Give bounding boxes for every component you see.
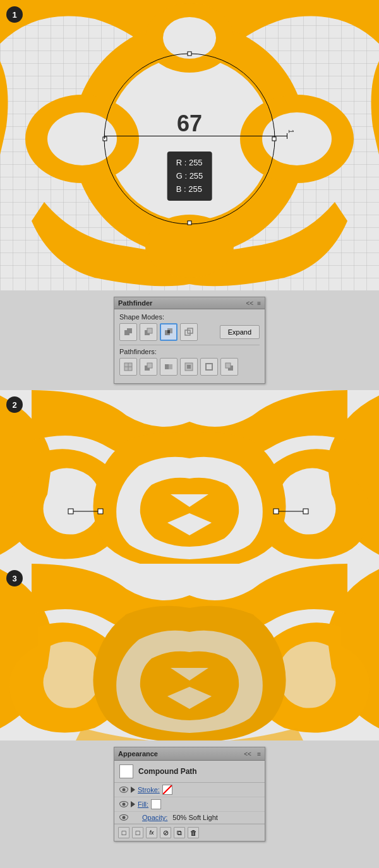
pathfinder-body: Shape Modes: Expand — [114, 309, 265, 383]
svg-rect-27 — [147, 363, 152, 368]
pathfinder-menu[interactable]: ≡ — [257, 300, 261, 307]
divide-button[interactable] — [119, 358, 137, 376]
svg-rect-39 — [274, 509, 279, 514]
svg-rect-11 — [188, 221, 191, 225]
canvas-section-3: 3 — [0, 564, 379, 740]
canvas-section-1: 1 67 1 R : 255 — [0, 0, 379, 290]
pathfinder-controls[interactable]: << ≡ — [246, 300, 261, 307]
dimension-right-label: 1 — [287, 129, 295, 133]
appearance-title: Appearance — [118, 750, 158, 758]
appearance-footer: □ □ fx ⊘ ⧉ 🗑 — [114, 824, 265, 841]
svg-rect-32 — [206, 364, 212, 370]
stroke-row: Stroke: — [114, 783, 265, 797]
canvas-drawing-3 — [0, 564, 379, 740]
svg-rect-29 — [169, 364, 172, 369]
stroke-expand-icon[interactable] — [131, 787, 135, 793]
color-r: R : 255 — [176, 157, 203, 170]
shape-modes-label: Shape Modes: — [119, 313, 260, 321]
appearance-close[interactable]: << — [244, 751, 251, 758]
svg-rect-28 — [165, 364, 169, 369]
color-tooltip: R : 255 G : 255 B : 255 — [167, 152, 212, 201]
svg-rect-37 — [98, 509, 103, 514]
canvas-drawing-2 — [0, 390, 379, 564]
panel-divider — [119, 345, 260, 345]
stroke-label[interactable]: Stroke: — [138, 786, 160, 794]
svg-rect-31 — [187, 365, 191, 369]
color-b: B : 255 — [176, 183, 203, 196]
appearance-body: Compound Path Stroke: Fill: Opacity: 50%… — [114, 761, 265, 824]
svg-rect-36 — [68, 509, 73, 514]
canvas-drawing-1 — [0, 0, 379, 290]
appearance-swatch — [119, 764, 133, 778]
opacity-value: 50% Soft Light — [172, 814, 218, 821]
step-badge-3: 3 — [6, 570, 23, 586]
svg-rect-13 — [272, 137, 276, 141]
duplicate-button[interactable]: ⧉ — [174, 827, 185, 838]
pathfinder-title-bar: Pathfinder << ≡ — [114, 297, 265, 309]
stroke-visibility-icon[interactable] — [119, 787, 128, 793]
fill-row: Fill: — [114, 797, 265, 812]
canvas-section-2: 2 — [0, 390, 379, 564]
exclude-button[interactable] — [180, 323, 198, 341]
appearance-panel-area: Appearance << ≡ Compound Path Stroke: — [0, 740, 379, 848]
appearance-item-name: Compound Path — [138, 767, 197, 776]
opacity-label[interactable]: Opacity: — [142, 814, 167, 821]
merge-button[interactable] — [160, 358, 177, 376]
pathfinder-title: Pathfinder — [118, 299, 152, 307]
svg-rect-20 — [167, 330, 170, 333]
svg-rect-10 — [188, 52, 191, 56]
intersect-button[interactable] — [160, 323, 177, 341]
minus-front-button[interactable] — [140, 323, 157, 341]
opacity-visibility-icon[interactable] — [119, 814, 128, 821]
svg-rect-40 — [303, 509, 308, 514]
trim-button[interactable] — [140, 358, 157, 376]
clear-button[interactable]: ⊘ — [160, 827, 171, 838]
appearance-menu[interactable]: ≡ — [257, 751, 261, 758]
appearance-panel: Appearance << ≡ Compound Path Stroke: — [114, 747, 265, 841]
crop-button[interactable] — [180, 358, 198, 376]
fill-expand-icon[interactable] — [131, 801, 135, 807]
color-g: G : 255 — [176, 170, 203, 183]
appearance-title-bar: Appearance << ≡ — [114, 747, 265, 761]
svg-rect-34 — [226, 363, 231, 368]
stroke-swatch[interactable] — [162, 785, 172, 795]
fx-button[interactable]: fx — [146, 827, 157, 838]
pathfinders-row — [119, 358, 260, 376]
pathfinder-close[interactable]: << — [246, 300, 253, 307]
step-badge-2: 2 — [6, 396, 23, 413]
fill-swatch[interactable] — [151, 799, 161, 809]
expand-button[interactable]: Expand — [220, 325, 260, 339]
step-badge-1: 1 — [6, 6, 23, 23]
svg-rect-15 — [127, 328, 132, 333]
svg-rect-17 — [147, 328, 152, 333]
delete-button[interactable]: 🗑 — [188, 827, 199, 838]
pathfinder-panel-area: Pathfinder << ≡ Shape Modes: — [0, 290, 379, 390]
add-stroke-button[interactable]: □ — [118, 827, 129, 838]
add-fill-button[interactable]: □ — [132, 827, 143, 838]
appearance-controls[interactable]: << ≡ — [244, 749, 261, 758]
unite-button[interactable] — [119, 323, 137, 341]
appearance-header-row: Compound Path — [114, 761, 265, 783]
pathfinders-label: Pathfinders: — [119, 348, 260, 355]
shape-modes-row: Expand — [119, 323, 260, 341]
fill-label[interactable]: Fill: — [138, 800, 148, 808]
fill-visibility-icon[interactable] — [119, 801, 128, 807]
pathfinder-panel: Pathfinder << ≡ Shape Modes: — [114, 297, 265, 384]
opacity-row: Opacity: 50% Soft Light — [114, 812, 265, 824]
outline-button[interactable] — [200, 358, 218, 376]
minus-back-button[interactable] — [220, 358, 238, 376]
dimension-number: 67 — [177, 110, 202, 137]
svg-rect-12 — [103, 137, 107, 141]
